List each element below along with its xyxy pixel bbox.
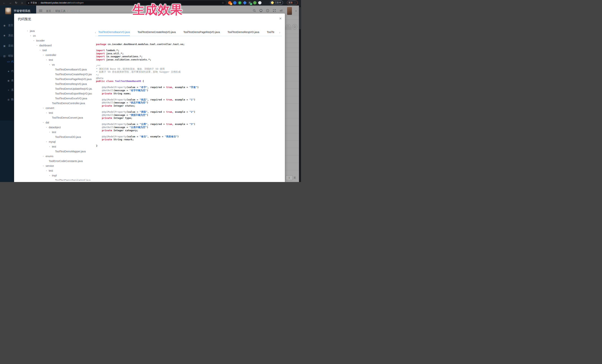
file-tab-1[interactable]: ToolTestDemoBaseVO.java xyxy=(98,29,130,36)
tree-folder-row[interactable]: ▾vo xyxy=(14,62,92,67)
bookmark-star-icon[interactable]: ☆ xyxy=(222,1,224,4)
tree-folder-row[interactable]: ▾dal xyxy=(14,120,92,125)
sidebar-collapse-icon[interactable] xyxy=(39,10,42,12)
tree-file-row[interactable]: ToolTestDemoMapper.java xyxy=(14,149,92,154)
tree-expand-caret-icon[interactable]: ▾ xyxy=(40,49,43,51)
tree-folder-row[interactable]: ▾enums xyxy=(14,154,92,159)
breadcrumb-item[interactable]: 首页 xyxy=(46,10,51,13)
github-icon[interactable] xyxy=(259,9,263,13)
tree-expand-caret-icon[interactable]: ▾ xyxy=(30,35,33,37)
help-icon[interactable]: ? xyxy=(266,9,270,13)
tree-expand-caret-icon[interactable]: ▾ xyxy=(37,44,39,46)
tree-file-row[interactable]: ToolTestDemoBaseVO.java xyxy=(14,67,92,72)
green-y-extension-icon[interactable]: y xyxy=(238,1,241,4)
file-tab-5[interactable]: ToolTe xyxy=(267,29,274,36)
sidebar-item-2[interactable]: ✱系统 xyxy=(0,31,14,41)
browser-home-icon[interactable]: ⌂ xyxy=(20,1,24,5)
orange-circle-extension-icon[interactable]: 1 xyxy=(228,1,231,4)
tree-folder-row[interactable]: ▾java xyxy=(14,29,92,33)
puzzle-extensions-menu-icon[interactable] xyxy=(258,1,261,4)
file-tab-3[interactable]: ToolTestDemoPageReqVO.java xyxy=(183,29,220,36)
tree-file-row[interactable]: ToolErrorCodeConstants.java xyxy=(14,159,92,164)
pagination-page-input[interactable]: 1 xyxy=(286,175,293,180)
tree-folder-row[interactable]: ▾test xyxy=(14,168,92,173)
tree-file-row[interactable]: ToolTestDemoConvert.java xyxy=(14,115,92,120)
tree-folder-row[interactable]: ▾mysql xyxy=(14,139,92,144)
tree-expand-caret-icon[interactable]: ▾ xyxy=(43,54,46,56)
sidebar-item-3[interactable]: ▣基础 xyxy=(0,41,14,51)
sidebar-subitem-5[interactable]: ▥数 xyxy=(0,95,14,104)
tree-expand-caret-icon[interactable]: ▾ xyxy=(33,40,36,42)
tree-expand-caret-icon[interactable]: ▾ xyxy=(49,175,52,177)
security-warning-label[interactable]: 不安全 xyxy=(30,1,37,4)
tree-expand-caret-icon[interactable]: ▾ xyxy=(43,155,46,157)
fullscreen-icon[interactable] xyxy=(273,9,276,13)
code-token: @ApiModelProperty xyxy=(102,110,127,113)
tree-file-row[interactable]: ToolTestDemoDO.java xyxy=(14,135,92,139)
browser-back-icon[interactable]: ← xyxy=(2,1,7,5)
sprout-extension-icon[interactable] xyxy=(253,1,257,4)
browser-forward-icon[interactable]: → xyxy=(8,1,13,5)
blue-drop-extension-icon[interactable] xyxy=(233,1,236,4)
tree-expand-caret-icon[interactable]: ▾ xyxy=(46,170,49,172)
tree-folder-row[interactable]: ▾test xyxy=(14,57,92,62)
table-refresh-button[interactable] xyxy=(292,24,297,29)
tree-folder-row[interactable]: ▾dataobject xyxy=(14,125,92,130)
tabs-scroll-right-icon[interactable]: › xyxy=(279,31,282,34)
blue-diamond-extension-icon[interactable] xyxy=(243,1,247,5)
sidebar-subitem-4[interactable]: ≡系 xyxy=(0,85,14,95)
tree-expand-caret-icon[interactable]: ▾ xyxy=(49,131,52,133)
browser-menu-kebab-icon[interactable]: ⋮ xyxy=(294,1,296,4)
tree-folder-row[interactable]: ▾test xyxy=(14,144,92,149)
tree-file-row[interactable]: ToolTestDemoUpdateReqVO.java xyxy=(14,86,92,91)
sidebar-subitem-1[interactable]: </>代 xyxy=(0,57,14,66)
tree-file-row[interactable]: ToolTestDemoCreateReqVO.java xyxy=(14,72,92,77)
tree-expand-caret-icon[interactable]: ▾ xyxy=(27,30,30,32)
tree-expand-caret-icon[interactable]: ▾ xyxy=(46,59,49,61)
tree-folder-row[interactable]: ▾dashboard xyxy=(14,43,92,48)
tree-folder-row[interactable]: ▾controller xyxy=(14,53,92,57)
modal-close-icon[interactable]: ✕ xyxy=(279,17,282,21)
tree-folder-row[interactable]: ▾test xyxy=(14,130,92,135)
tree-file-row[interactable]: ToolTestDemoPageReqVO.java xyxy=(14,77,92,82)
tree-file-row[interactable]: ToolTestDemoServiceImpl.java xyxy=(14,178,92,180)
tree-expand-caret-icon[interactable]: ▾ xyxy=(46,112,49,114)
tree-expand-caret-icon[interactable]: ▾ xyxy=(46,126,49,128)
tree-file-row[interactable]: ToolTestDemoExportReqVO.java xyxy=(14,91,92,96)
avatar-caret-down-icon[interactable]: ▼ xyxy=(295,10,297,12)
tree-folder-row[interactable]: ▾service xyxy=(14,164,92,168)
search-icon[interactable] xyxy=(253,9,256,13)
tree-expand-caret-icon[interactable]: ▾ xyxy=(43,165,46,167)
tree-file-row[interactable]: ToolTestDemoRespVO.java xyxy=(14,82,92,86)
tree-folder-row[interactable]: ▾iocoder xyxy=(14,38,92,43)
page-scrollbar-thumb[interactable] xyxy=(299,7,301,29)
font-size-icon[interactable]: тT xyxy=(279,9,283,13)
breadcrumb-item[interactable]: 研发工具 xyxy=(55,10,66,13)
browser-reload-icon[interactable]: ↻ xyxy=(14,1,19,5)
sidebar-item-1[interactable]: ◉首页 xyxy=(0,21,14,31)
list-extension-icon[interactable]: ≡on xyxy=(248,1,251,4)
tree-folder-row[interactable]: ▾test xyxy=(14,110,92,115)
code-token: , required = xyxy=(147,86,166,89)
tree-expand-caret-icon[interactable]: ▾ xyxy=(46,141,49,143)
tree-folder-row[interactable]: ▾convert xyxy=(14,106,92,110)
sidebar-subitem-3[interactable]: ▦表 xyxy=(0,76,14,85)
paused-badge[interactable]: 已暂停 xyxy=(270,0,283,5)
file-tab-4[interactable]: ToolTestDemoRespVO.java xyxy=(227,29,259,36)
page-scrollbar[interactable] xyxy=(299,6,301,182)
tree-expand-caret-icon[interactable]: ▾ xyxy=(43,107,46,109)
tree-expand-caret-icon[interactable]: ▾ xyxy=(49,146,52,147)
tree-folder-row[interactable]: ▾tool xyxy=(14,48,92,53)
tree-expand-caret-icon[interactable]: ▾ xyxy=(43,122,46,124)
tree-folder-row[interactable]: ▾cn xyxy=(14,33,92,38)
tree-expand-caret-icon[interactable]: ▾ xyxy=(49,64,52,66)
tree-file-row[interactable]: ToolTestDemoController.java xyxy=(14,101,92,106)
browser-update-button[interactable]: 更新 ⋮ xyxy=(287,0,298,5)
tree-folder-row[interactable]: ▾impl xyxy=(14,173,92,178)
sidebar-subitem-2[interactable]: ◈代 xyxy=(0,67,14,76)
code-token: , example = xyxy=(172,86,190,89)
user-avatar[interactable] xyxy=(287,7,292,15)
tabs-scroll-left-icon[interactable]: ‹ xyxy=(95,31,97,34)
file-tab-2[interactable]: ToolTestDemoCreateReqVO.java xyxy=(137,29,176,36)
tree-file-row[interactable]: ToolTestDemoExcelVO.java xyxy=(14,96,92,101)
